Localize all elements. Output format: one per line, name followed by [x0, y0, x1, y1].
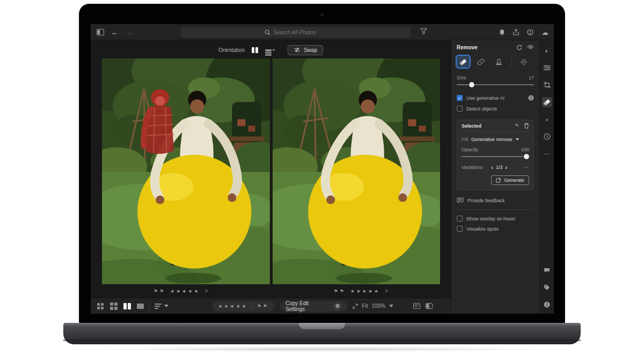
- opacity-slider[interactable]: [462, 153, 529, 160]
- versions-history-icon[interactable]: [542, 131, 552, 142]
- notifications-bell-icon[interactable]: [499, 29, 505, 35]
- copy-edit-settings-button[interactable]: Copy Edit Settings: [286, 300, 330, 312]
- flag-icons[interactable]: ⚑⚑: [257, 304, 269, 309]
- remove-tools: [457, 56, 534, 68]
- forward-icon: →: [126, 28, 133, 36]
- share-icon[interactable]: [513, 29, 519, 35]
- orientation-vertical-button[interactable]: [250, 46, 260, 54]
- help-info-icon[interactable]: [527, 29, 533, 35]
- star-rating[interactable]: ★★★★★: [170, 289, 200, 294]
- photo-before[interactable]: [102, 58, 270, 284]
- photo-after-meta: ⚑⚑ ★★★★★ ×: [271, 284, 451, 298]
- use-generative-ai-label: Use generative AI: [466, 95, 504, 101]
- opacity-value: 100: [521, 147, 529, 152]
- sort-icon: [155, 302, 162, 310]
- visualize-spots-label: Visualize spots: [466, 226, 499, 232]
- generate-button[interactable]: Generate: [491, 175, 529, 185]
- photo-meta-row: ⚑⚑ ★★★★★ × ⚑⚑ ★★★★★ ×: [91, 284, 451, 298]
- opacity-label: Opacity: [462, 147, 478, 152]
- star-rating[interactable]: ★★★★★: [218, 304, 247, 309]
- search-icon: [265, 29, 270, 35]
- more-options-icon[interactable]: ⋯: [524, 165, 529, 170]
- feedback-bubble-icon: [457, 197, 464, 203]
- swap-label: Swap: [304, 47, 317, 53]
- size-label: Size: [457, 75, 466, 80]
- crop-icon[interactable]: [542, 80, 552, 90]
- remove-tool-rail-icon[interactable]: [542, 97, 552, 107]
- back-icon[interactable]: ←: [111, 28, 119, 36]
- selected-title: Selected: [462, 123, 481, 129]
- fill-dropdown[interactable]: Fill: Generative remove: [462, 137, 529, 142]
- fill-value: Generative remove: [471, 137, 513, 142]
- search-input[interactable]: [274, 29, 327, 35]
- edit-light-icon[interactable]: ◐: [542, 46, 552, 56]
- macbook-screen: ← →: [79, 4, 565, 323]
- info-overlay-icon[interactable]: [413, 303, 420, 309]
- orientation-label: Orientation: [218, 47, 245, 53]
- variations-label: Variations: [462, 165, 482, 170]
- sort-button[interactable]: [155, 302, 169, 310]
- filter-icon[interactable]: [420, 28, 427, 34]
- bottom-toolbar: ★★★★★ ⚑⚑ Copy Edit Settings ⚙: [91, 298, 451, 314]
- selected-card: Selected ✎ Fill: Generative remove: [457, 120, 534, 190]
- generate-label: Generate: [504, 178, 524, 183]
- top-bar: ← →: [91, 24, 554, 40]
- remove-panel: Remove: [451, 40, 539, 314]
- keywords-tag-icon[interactable]: [542, 282, 552, 292]
- cloud-sync-icon[interactable]: ☁: [541, 28, 548, 36]
- presets-icon[interactable]: [542, 63, 552, 73]
- reject-icon[interactable]: ×: [205, 288, 208, 294]
- star-rating[interactable]: ★★★★★: [350, 289, 380, 294]
- gear-icon[interactable]: ⚙: [333, 302, 342, 311]
- chevron-down-icon: [516, 138, 519, 141]
- provide-feedback-button[interactable]: Provide feedback: [457, 197, 534, 203]
- next-variation-icon[interactable]: ›: [506, 164, 508, 171]
- square-grid-view-button[interactable]: [109, 302, 118, 310]
- shadow: [91, 346, 553, 352]
- fit-label[interactable]: Fit: [362, 303, 368, 309]
- flag-icons[interactable]: ⚑⚑: [334, 289, 346, 294]
- eye-icon[interactable]: [527, 45, 534, 50]
- sidebar-toggle-icon[interactable]: [97, 29, 104, 35]
- previous-variation-icon[interactable]: ‹: [491, 164, 493, 171]
- red-eye-tool[interactable]: [517, 56, 530, 68]
- clone-stamp-tool[interactable]: [492, 56, 505, 68]
- flag-icons[interactable]: ⚑⚑: [153, 289, 165, 294]
- delete-trash-icon[interactable]: [524, 123, 529, 129]
- edit-pencil-icon[interactable]: ✎: [515, 123, 519, 129]
- compare-view: Orientation Swap: [91, 40, 451, 314]
- detect-objects-label: Detect objects: [466, 106, 497, 112]
- show-overlay-checkbox[interactable]: [457, 216, 463, 221]
- lid-notch: [299, 323, 345, 329]
- remove-eraser-tool[interactable]: [457, 56, 470, 68]
- orientation-horizontal-button[interactable]: [265, 46, 275, 54]
- info-icon[interactable]: [528, 95, 534, 101]
- grid-view-button[interactable]: [96, 302, 105, 310]
- heal-tool[interactable]: [474, 56, 487, 68]
- use-generative-ai-checkbox[interactable]: ✓: [457, 95, 463, 101]
- photo-before-meta: ⚑⚑ ★★★★★ ×: [91, 284, 271, 298]
- masking-icon[interactable]: ●: [542, 114, 552, 124]
- macbook-base: [63, 323, 581, 344]
- swap-button[interactable]: Swap: [288, 45, 323, 55]
- detect-objects-checkbox[interactable]: [457, 106, 463, 112]
- expand-icon[interactable]: [353, 304, 358, 309]
- comments-icon[interactable]: [542, 265, 552, 275]
- lightroom-window: ← →: [91, 24, 554, 314]
- photo-info-icon[interactable]: [542, 299, 552, 309]
- chevron-down-icon[interactable]: [389, 305, 393, 307]
- page: ← →: [0, 0, 644, 362]
- more-tools-icon[interactable]: ⋯: [542, 149, 552, 159]
- photo-after[interactable]: [273, 58, 441, 284]
- visualize-spots-checkbox[interactable]: [457, 226, 463, 232]
- compare-view-button[interactable]: [123, 302, 131, 310]
- size-value: 17: [529, 75, 534, 80]
- zoom-level[interactable]: 100%: [371, 303, 385, 309]
- size-slider[interactable]: [457, 82, 534, 88]
- detail-view-button[interactable]: [136, 302, 145, 310]
- search-field[interactable]: [181, 27, 411, 38]
- reject-icon[interactable]: ×: [385, 288, 388, 294]
- zoom-controls: Fit 100%: [353, 303, 393, 309]
- reset-icon[interactable]: [516, 45, 522, 50]
- before-after-icon[interactable]: [426, 303, 433, 309]
